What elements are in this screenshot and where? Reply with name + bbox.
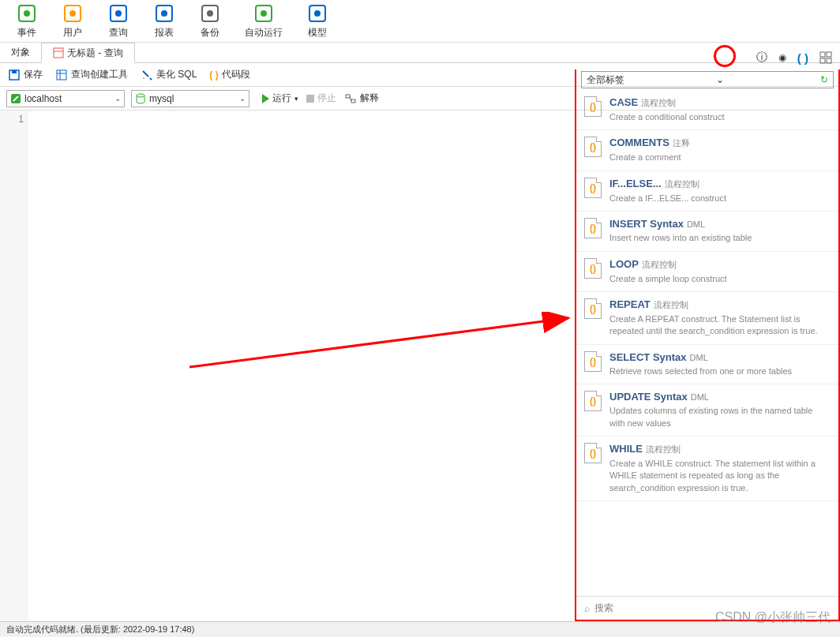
chevron-down-icon: ⌄ xyxy=(716,74,724,85)
snippet-title: SELECT SyntaxDML xyxy=(609,351,831,363)
clock-icon xyxy=(16,2,38,24)
svg-point-13 xyxy=(314,10,321,17)
snippet-button[interactable]: ( ) 代码段 xyxy=(209,68,249,81)
snippet-title: INSERT SyntaxDML xyxy=(609,218,831,230)
snippet-title: COMMENTS注释 xyxy=(609,137,831,149)
editor-area: 1 xyxy=(0,111,575,621)
snippet-title: REPEAT流程控制 xyxy=(609,298,831,311)
save-icon xyxy=(8,69,21,81)
auto-icon xyxy=(253,2,275,24)
stop-icon xyxy=(306,95,314,103)
snippet-icon: () xyxy=(584,443,602,463)
model-icon xyxy=(306,2,328,24)
chevron-down-icon: ⌄ xyxy=(114,94,121,103)
record-icon[interactable]: ◉ xyxy=(778,52,786,63)
svg-rect-24 xyxy=(346,95,350,98)
sql-editor[interactable] xyxy=(28,111,575,621)
snippet-item[interactable]: ()SELECT SyntaxDMLRetrieve rows selected… xyxy=(576,345,838,384)
snippet-item[interactable]: ()IF...ELSE...流程控制Create a IF...ELSE... … xyxy=(576,171,838,212)
info-icon[interactable]: ⓘ xyxy=(756,51,767,65)
user-icon xyxy=(62,2,84,24)
svg-point-11 xyxy=(261,10,267,17)
toolbar-report[interactable]: 报表 xyxy=(153,2,175,39)
toolbar-label: 查询 xyxy=(109,26,128,39)
svg-point-7 xyxy=(161,10,167,17)
snippet-item[interactable]: ()WHILE流程控制Create a WHILE construct. The… xyxy=(576,437,838,501)
toolbar-label: 模型 xyxy=(308,26,327,39)
snippet-title: CASE流程控制 xyxy=(609,96,831,109)
tab-label: 无标题 - 查询 xyxy=(67,47,123,60)
search-placeholder: 搜索 xyxy=(594,601,613,615)
toolbar-query[interactable]: 查询 xyxy=(107,2,129,39)
side-icon-bar: ⓘ ◉ ( ) xyxy=(575,46,840,69)
svg-point-23 xyxy=(137,94,144,97)
query-builder-button[interactable]: 查询创建工具 xyxy=(55,68,128,81)
paren-icon: ( ) xyxy=(209,69,218,81)
chevron-down-icon: ▾ xyxy=(294,95,298,103)
svg-point-5 xyxy=(115,10,122,17)
toolbar-label: 备份 xyxy=(201,26,219,39)
svg-rect-26 xyxy=(820,52,825,57)
save-label: 保存 xyxy=(24,68,43,81)
toolbar-backup[interactable]: 备份 xyxy=(199,2,221,39)
svg-point-9 xyxy=(207,10,213,17)
svg-point-3 xyxy=(69,10,76,17)
tag-filter-select[interactable]: 全部标签 ⌄ ↻ xyxy=(581,71,834,88)
snippet-item[interactable]: ()REPEAT流程控制Create A REPEAT construct. T… xyxy=(576,292,838,345)
tab-label: 对象 xyxy=(11,46,30,59)
toolbar-clock[interactable]: 事件 xyxy=(16,2,38,39)
query-tab-icon xyxy=(53,47,64,58)
toolbar-model[interactable]: 模型 xyxy=(306,2,328,39)
svg-rect-28 xyxy=(820,58,825,63)
snippet-desc: Create a simple loop construct xyxy=(609,273,831,285)
tab[interactable]: 对象 xyxy=(0,43,42,63)
db-value: mysql xyxy=(149,93,174,104)
run-button[interactable]: 运行 ▾ xyxy=(262,92,298,105)
svg-rect-29 xyxy=(827,58,831,63)
explain-icon xyxy=(344,92,357,105)
snippet-item[interactable]: ()COMMENTS注释Create a comment xyxy=(576,130,838,170)
snippet-icon: () xyxy=(584,137,602,157)
tag-filter-value: 全部标签 xyxy=(587,73,624,87)
snippet-icon: () xyxy=(584,258,602,279)
svg-rect-14 xyxy=(54,48,63,58)
toolbar-user[interactable]: 用户 xyxy=(62,2,84,39)
grid-icon[interactable] xyxy=(819,51,832,64)
snippet-title: LOOP流程控制 xyxy=(609,258,831,271)
search-icon: ⌕ xyxy=(584,603,590,614)
stop-button[interactable]: 停止 xyxy=(306,92,336,105)
snippet-icon: () xyxy=(584,178,602,198)
snippet-title: WHILE流程控制 xyxy=(609,443,831,455)
snippet-panel-icon[interactable]: ( ) xyxy=(797,51,808,65)
snippet-item[interactable]: ()INSERT SyntaxDMLInsert new rows into a… xyxy=(576,212,838,251)
snippet-item[interactable]: ()CASE流程控制Create a conditional construct xyxy=(576,90,838,130)
status-text: 自动完成代码就绪. (最后更新: 2022-09-19 17:48) xyxy=(6,624,194,635)
refresh-icon[interactable]: ↻ xyxy=(820,74,828,85)
snippet-desc: Create a IF...ELSE... construct xyxy=(609,193,831,204)
snippet-item[interactable]: ()UPDATE SyntaxDMLUpdates columns of exi… xyxy=(576,384,838,437)
snippet-item[interactable]: ()LOOP流程控制Create a simple loop construct xyxy=(576,252,838,292)
toolbar-auto[interactable]: 自动运行 xyxy=(245,2,283,39)
report-icon xyxy=(153,2,175,24)
host-select[interactable]: localhost ⌄ xyxy=(6,90,125,107)
snippet-desc: Retrieve rows selected from one or more … xyxy=(609,365,831,377)
snippet-title: UPDATE SyntaxDML xyxy=(609,391,831,403)
snippet-list[interactable]: ()CASE流程控制Create a conditional construct… xyxy=(576,90,838,596)
save-button[interactable]: 保存 xyxy=(8,68,43,81)
explain-button[interactable]: 解释 xyxy=(344,92,379,105)
snippet-search[interactable]: ⌕ 搜索 xyxy=(576,596,838,620)
stop-label: 停止 xyxy=(317,92,336,105)
snippet-icon: () xyxy=(584,391,602,411)
explain-label: 解释 xyxy=(360,92,379,105)
svg-rect-27 xyxy=(827,52,831,57)
svg-rect-17 xyxy=(12,70,17,73)
db-select[interactable]: mysql ⌄ xyxy=(131,90,249,107)
svg-rect-25 xyxy=(351,99,355,103)
host-value: localhost xyxy=(24,93,62,104)
beautify-button[interactable]: 美化 SQL xyxy=(141,68,197,81)
snippet-desc: Create A REPEAT construct. The Statement… xyxy=(609,313,831,338)
toolbar-label: 事件 xyxy=(17,26,36,39)
run-label: 运行 xyxy=(272,92,291,105)
tab[interactable]: 无标题 - 查询 xyxy=(42,43,135,63)
svg-point-21 xyxy=(143,77,144,79)
